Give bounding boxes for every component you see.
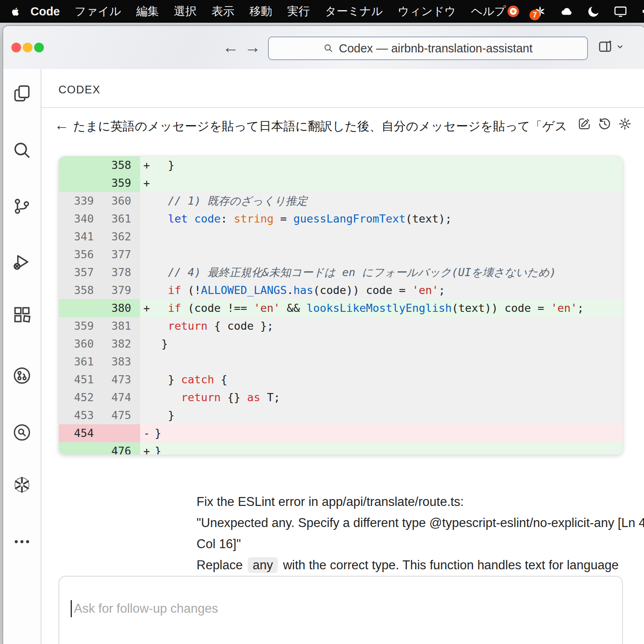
- diff-row: 358+ }: [59, 156, 622, 174]
- back-button[interactable]: ←: [54, 117, 69, 133]
- diff-code-cell: +: [140, 174, 622, 192]
- old-line-number: 358: [59, 281, 104, 299]
- pinwheel-icon[interactable]: 7: [533, 4, 547, 19]
- new-line-number: 377: [104, 246, 140, 264]
- diff-row: 360382 }: [59, 335, 622, 353]
- diff-row: 476+}: [59, 442, 622, 455]
- command-center[interactable]: Codex — airbnb-translation-assistant: [268, 37, 588, 60]
- history-back-button[interactable]: ←: [223, 38, 239, 56]
- code-token: (code)) code =: [313, 284, 412, 296]
- layout-controls[interactable]: [598, 39, 625, 54]
- code-token: [155, 212, 168, 225]
- diff-code-cell: // 4) 最終正規化&未知コードは en にフォールバック(UIを壊さないため…: [140, 264, 622, 281]
- task-title: たまに英語のメッセージを貼って日本語に翻訳した後、自分のメッセージを貼って「ゲス…: [73, 119, 571, 134]
- diff-code-cell: [140, 228, 622, 246]
- source-control-icon[interactable]: [12, 197, 32, 216]
- activity-bar: [3, 69, 41, 644]
- gitlens-icon[interactable]: [12, 423, 32, 442]
- diff-code-cell: }: [140, 406, 622, 424]
- volume-icon[interactable]: [640, 4, 644, 19]
- apple-menu-icon[interactable]: [11, 6, 21, 17]
- code-text: if (!ALLOWED_LANGS.has(code)) code = 'en…: [155, 284, 445, 296]
- menu-item-6[interactable]: ターミナル: [325, 4, 383, 19]
- run-debug-icon[interactable]: [12, 252, 32, 272]
- search-icon[interactable]: [12, 140, 32, 160]
- menu-item-8[interactable]: ヘルプ: [471, 4, 506, 19]
- vscode-window: ← → Codex — airbnb-translation-assistant: [2, 25, 644, 644]
- diff-row: 339360 // 1) 既存のざっくり推定: [59, 192, 622, 210]
- code-token: {: [214, 373, 227, 386]
- minimize-window-button[interactable]: [23, 43, 32, 52]
- code-text: }: [155, 337, 168, 350]
- message-text: "Unexpected any. Specify a different typ…: [197, 516, 644, 530]
- code-token: [155, 302, 168, 314]
- code-text: // 1) 既存のざっくり推定: [155, 194, 307, 207]
- app-menu-code[interactable]: Code: [30, 5, 60, 18]
- menu-item-3[interactable]: 表示: [212, 4, 234, 19]
- message-line: "Unexpected any. Specify a different typ…: [197, 512, 644, 534]
- menu-item-1[interactable]: 編集: [136, 4, 159, 19]
- old-line-number: [59, 299, 104, 317]
- code-token: string: [234, 212, 274, 225]
- new-line-number: 359: [104, 174, 140, 192]
- new-line-number: 475: [104, 406, 140, 424]
- new-line-number: 360: [104, 192, 140, 210]
- code-token: }: [155, 373, 181, 386]
- message-line: Replace any with the correct type. This …: [197, 555, 644, 576]
- menu-item-0[interactable]: ファイル: [75, 4, 121, 19]
- shutter-icon[interactable]: [506, 4, 521, 19]
- diff-viewer[interactable]: 358+ }359+339360 // 1) 既存のざっくり推定340361 l…: [58, 156, 623, 455]
- menu-item-4[interactable]: 移動: [249, 4, 272, 19]
- code-token: &&: [280, 302, 307, 314]
- old-line-number: 340: [59, 210, 104, 228]
- cloud-icon[interactable]: [560, 4, 574, 19]
- codex-openai-icon[interactable]: [12, 475, 32, 495]
- extensions-icon[interactable]: [12, 305, 32, 324]
- menubar-status: 7: [506, 0, 644, 23]
- settings-gear-icon[interactable]: [617, 116, 633, 132]
- code-token: }: [155, 445, 161, 455]
- more-icon[interactable]: [12, 532, 32, 551]
- message-text: Col 16]": [197, 537, 241, 551]
- code-token: (code !==: [181, 302, 254, 314]
- diff-code-cell: if (!ALLOWED_LANGS.has(code)) code = 'en…: [140, 281, 622, 299]
- code-token: return: [168, 320, 208, 332]
- history-icon[interactable]: [597, 116, 612, 132]
- diff-row: 359+: [59, 174, 622, 192]
- history-forward-button[interactable]: →: [244, 38, 261, 56]
- menu-item-5[interactable]: 実行: [287, 4, 310, 19]
- display-icon[interactable]: [613, 4, 628, 19]
- diff-code-cell: [140, 246, 622, 264]
- diff-row: 341362: [59, 228, 622, 246]
- diff-rows: 358+ }359+339360 // 1) 既存のざっくり推定340361 l…: [59, 156, 622, 455]
- diff-row: 380+ if (code !== 'en' && looksLikeMostl…: [59, 299, 622, 317]
- explorer-icon[interactable]: [12, 84, 32, 103]
- diff-sign: +: [143, 442, 155, 455]
- customize-layout-icon: [598, 39, 613, 54]
- message-line: Fix the ESLint error in app/api/translat…: [197, 491, 644, 512]
- close-window-button[interactable]: [11, 43, 21, 52]
- pull-request-icon[interactable]: [12, 366, 32, 385]
- focus-moon-icon[interactable]: [586, 4, 601, 19]
- new-line-number: 474: [104, 389, 140, 406]
- old-line-number: 452: [59, 389, 104, 406]
- diff-sign: +: [143, 299, 155, 317]
- code-token: (!: [181, 284, 201, 296]
- diff-code-cell: -}: [140, 424, 622, 442]
- code-token: code: [194, 212, 221, 225]
- code-text: }: [155, 409, 175, 421]
- zoom-window-button[interactable]: [34, 43, 44, 52]
- code-text: return {} as T;: [155, 391, 280, 404]
- code-token: }: [155, 159, 175, 171]
- menu-item-7[interactable]: ウィンドウ: [398, 4, 456, 19]
- diff-row: 451473 } catch {: [59, 371, 622, 389]
- diff-row: 454-}: [59, 424, 622, 442]
- code-token: .: [287, 284, 293, 296]
- old-line-number: 339: [59, 192, 104, 210]
- followup-input[interactable]: Ask for follow-up changes: [58, 576, 623, 644]
- code-token: }: [155, 409, 175, 421]
- diff-code-cell: }: [140, 335, 622, 353]
- menu-item-2[interactable]: 選択: [174, 4, 197, 19]
- old-line-number: 359: [59, 317, 104, 335]
- edit-icon[interactable]: [577, 116, 592, 132]
